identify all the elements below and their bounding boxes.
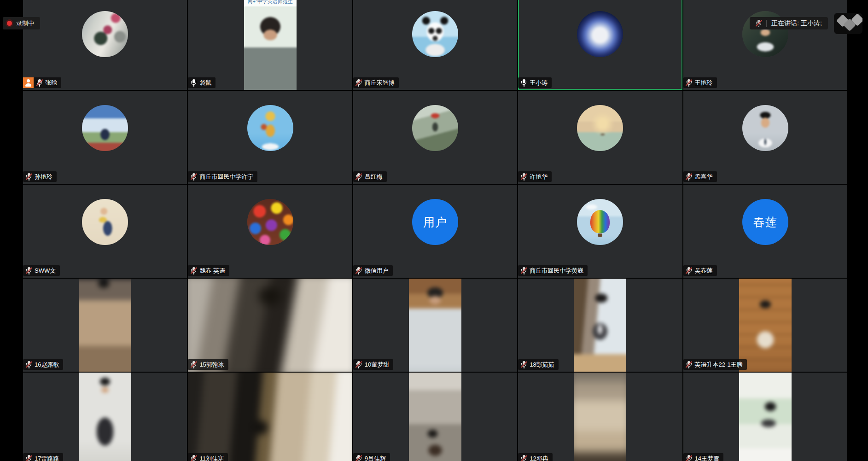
video-image — [409, 279, 461, 372]
participant-label: 12邓冉 — [518, 453, 552, 461]
participant-label: 孟喜华 — [683, 171, 717, 182]
avatar-image — [412, 11, 458, 57]
participant-label: 孙艳玲 — [23, 171, 57, 182]
participant-tile[interactable]: 17雷路路 — [23, 373, 187, 461]
participant-name: 王小涛 — [530, 79, 548, 87]
avatar-initials: 春莲 — [753, 215, 777, 230]
participant-tile[interactable]: 王艳玲 — [683, 0, 847, 90]
participant-name: 袋鼠 — [199, 79, 211, 87]
avatar-image — [742, 105, 788, 151]
participant-tile[interactable]: 商丘市回民中学黄巍 — [518, 185, 682, 278]
video-image — [188, 279, 352, 372]
mic-icon — [26, 173, 32, 181]
video-image — [574, 373, 626, 461]
mic-icon — [191, 455, 197, 461]
participant-label: 17雷路路 — [23, 453, 63, 461]
participant-tile[interactable]: 9吕佳辉 — [353, 373, 517, 461]
participant-tile[interactable]: 10董梦甜 — [353, 279, 517, 372]
participant-label: 许艳华 — [518, 171, 552, 182]
mic-icon — [356, 455, 362, 461]
avatar-image — [412, 105, 458, 151]
participant-tile[interactable]: 张晗 — [23, 0, 187, 90]
avatar-image — [577, 105, 623, 151]
participant-name: 16赵露歌 — [35, 361, 59, 369]
host-icon — [23, 77, 34, 88]
participant-tile[interactable]: 吕红梅 — [353, 91, 517, 184]
video-feed — [739, 373, 792, 461]
meeting-window: { "overlays": { "recording": { "label": … — [0, 0, 868, 461]
video-feed — [79, 279, 131, 372]
participant-tile[interactable]: 网+”中学英语师范生 袋鼠 — [188, 0, 352, 90]
recording-label: 录制中 — [16, 19, 34, 28]
mic-icon — [686, 79, 692, 87]
participant-name: 9吕佳辉 — [365, 455, 386, 461]
participant-name: 魏春 英语 — [199, 267, 225, 275]
participant-label: 张晗 — [23, 77, 61, 88]
participant-label: 英语升本22-1王腾 — [683, 359, 747, 370]
participant-tile[interactable]: SWW文 — [23, 185, 187, 278]
mic-icon — [521, 455, 527, 461]
participant-name: 12邓冉 — [530, 455, 548, 461]
mic-icon — [521, 361, 527, 369]
participant-label: 吴春莲 — [683, 265, 717, 276]
avatar-image — [82, 105, 128, 151]
mic-icon — [521, 79, 527, 87]
participant-tile[interactable]: 王小涛 — [518, 0, 682, 90]
participant-name: 微信用户 — [365, 267, 389, 275]
video-image — [409, 373, 461, 461]
participant-name: 10董梦甜 — [365, 361, 389, 369]
participant-label: 袋鼠 — [188, 77, 216, 88]
participant-name: 英语升本22-1王腾 — [695, 361, 743, 369]
video-feed — [409, 373, 461, 461]
participant-tile[interactable]: 魏春 英语 — [188, 185, 352, 278]
participant-tile[interactable]: 许艳华 — [518, 91, 682, 184]
mic-icon — [191, 361, 197, 369]
participant-name: 18彭茹茹 — [530, 361, 554, 369]
mic-icon — [36, 79, 42, 87]
participant-name: 张晗 — [45, 79, 57, 87]
avatar-image — [82, 199, 128, 245]
avatar — [82, 11, 128, 57]
participant-tile[interactable]: 孟喜华 — [683, 91, 847, 184]
mic-icon — [26, 455, 32, 461]
participant-tile[interactable]: 商丘宋智博 — [353, 0, 517, 90]
participant-label: 王小涛 — [518, 77, 552, 88]
participant-tile[interactable]: 12邓冉 — [518, 373, 682, 461]
participant-tile[interactable]: 用户 微信用户 — [353, 185, 517, 278]
participant-tile[interactable]: 18彭茹茹 — [518, 279, 682, 372]
avatar — [577, 105, 623, 151]
video-image — [244, 0, 297, 90]
mic-icon — [191, 79, 197, 87]
participant-tile[interactable]: 春莲 吴春莲 — [683, 185, 847, 278]
video-feed — [574, 373, 626, 461]
avatar — [412, 105, 458, 151]
mic-icon — [356, 79, 362, 87]
mic-icon — [686, 361, 692, 369]
participant-name: 商丘宋智博 — [365, 79, 395, 87]
mic-icon — [521, 267, 527, 275]
participant-tile[interactable]: 11刘佳寒 — [188, 373, 352, 461]
mic-icon — [191, 173, 197, 181]
participant-label: 吕红梅 — [353, 171, 387, 182]
participant-tile[interactable]: 14王梦雪 — [683, 373, 847, 461]
participant-label: 商丘市回民中学黄巍 — [518, 265, 588, 276]
participant-name: 许艳华 — [530, 173, 548, 181]
participant-label: 10董梦甜 — [353, 359, 393, 370]
participant-tile[interactable]: 孙艳玲 — [23, 91, 187, 184]
avatar: 春莲 — [742, 199, 788, 245]
mic-icon — [686, 173, 692, 181]
recording-indicator[interactable]: 录制中 — [3, 17, 40, 29]
video-banner: 网+”中学英语师范生 — [244, 0, 297, 6]
video-image — [79, 279, 131, 372]
avatar-initials: 用户 — [423, 215, 447, 230]
avatar-image — [247, 105, 293, 151]
participant-label: 商丘市回民中学许宁 — [188, 171, 257, 182]
participant-tile[interactable]: 16赵露歌 — [23, 279, 187, 372]
participant-tile[interactable]: 英语升本22-1王腾 — [683, 279, 847, 372]
avatar — [412, 11, 458, 57]
mic-icon — [686, 455, 692, 461]
recording-dot-icon — [7, 21, 12, 26]
participant-tile[interactable]: 15郭翰冰 — [188, 279, 352, 372]
participant-tile[interactable]: 商丘市回民中学许宁 — [188, 91, 352, 184]
video-feed — [188, 373, 352, 461]
